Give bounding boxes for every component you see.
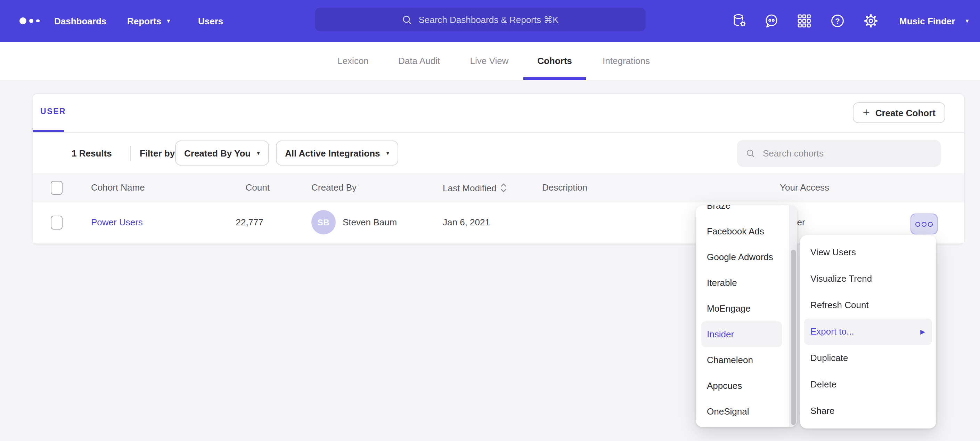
divider [130,146,130,161]
last-modified-value: Jan 6, 2021 [443,203,490,243]
col-description: Description [542,173,587,203]
global-search-placeholder: Search Dashboards & Reports ⌘K [418,14,558,25]
cohort-search-input[interactable] [761,147,932,159]
row-checkbox[interactable] [51,216,62,230]
menu-item-export-to[interactable]: Export to... ▶ [804,319,932,345]
create-cohort-button[interactable]: + Create Cohort [853,102,945,123]
tab-data-audit[interactable]: Data Audit [398,42,440,80]
tab-user-cohorts[interactable]: USER [40,107,66,115]
menu-item-insider[interactable]: Insider [701,321,782,347]
data-settings-icon[interactable] [732,13,747,29]
section-tabs: Lexicon Data Audit Live View Cohorts Int… [0,42,980,81]
nav-users[interactable]: Users [198,0,223,42]
settings-gear-icon[interactable] [863,13,878,29]
tab-integrations[interactable]: Integrations [603,42,650,80]
app-logo-icon[interactable] [19,0,39,42]
create-cohort-label: Create Cohort [875,107,935,118]
nav-dashboards[interactable]: Dashboards [54,0,107,42]
cohort-count: 22,777 [222,203,263,243]
menu-item-share[interactable]: Share [800,398,936,424]
tab-cohorts[interactable]: Cohorts [537,42,572,80]
nav-reports-label: Reports [127,16,161,26]
col-your-access: Your Access [780,173,829,203]
search-icon [402,14,412,25]
active-tab-indicator [523,77,586,80]
apps-grid-icon[interactable] [797,13,812,29]
col-last-modified-label: Last Modified [443,182,496,193]
tab-lexicon[interactable]: Lexicon [337,42,369,80]
caret-down-icon: ▾ [257,150,260,156]
menu-item-google-adwords[interactable]: Google Adwords [696,244,789,270]
results-count: 1 Results [72,133,112,174]
project-name: Music Finder [899,16,955,26]
created-by-filter-dropdown[interactable]: Created By You ▾ [175,141,269,166]
plus-icon: + [863,105,870,119]
project-switcher[interactable]: Music Finder ▾ [899,0,969,42]
svg-text:?: ? [835,17,840,26]
nav-dashboards-label: Dashboards [54,16,107,26]
col-cohort-name: Cohort Name [91,173,145,203]
help-icon[interactable]: ? [830,13,845,29]
ellipsis-icon [915,222,920,227]
menu-item-iterable[interactable]: Iterable [696,270,789,296]
menu-item-refresh-count[interactable]: Refresh Count [800,292,936,319]
export-to-submenu-list: Braze Facebook Ads Google Adwords Iterab… [696,205,789,424]
screen: Dashboards Reports ▾ Users Search Dashbo… [0,0,980,441]
menu-item-appcues[interactable]: Appcues [696,373,789,399]
integrations-filter-dropdown[interactable]: All Active Integrations ▾ [276,141,398,166]
menu-item-facebook-ads[interactable]: Facebook Ads [696,219,789,244]
cohort-name-link[interactable]: Power Users [91,203,143,243]
menu-item-chameleon[interactable]: Chameleon [696,347,789,373]
global-search-bar[interactable]: Search Dashboards & Reports ⌘K [315,8,646,31]
submenu-arrow-icon: ▶ [920,329,925,335]
top-navbar: Dashboards Reports ▾ Users Search Dashbo… [0,0,980,42]
nav-reports[interactable]: Reports ▾ [127,0,170,42]
created-by-filter-value: Created By You [184,148,251,158]
row-actions-button[interactable] [910,214,938,235]
tab-live-view[interactable]: Live View [470,42,509,80]
menu-item-duplicate[interactable]: Duplicate [800,345,936,371]
col-count: Count [228,173,270,203]
caret-down-icon: ▾ [387,150,390,156]
cohort-search-field [737,140,941,167]
filter-by-label: Filter by [140,133,175,174]
sort-icon [501,183,507,193]
search-icon [746,148,755,158]
col-created-by: Created By [311,173,356,203]
caret-down-icon: ▾ [966,18,969,24]
nav-users-label: Users [198,16,223,26]
menu-item-export-to-label: Export to... [810,319,854,345]
menu-item-moengage[interactable]: MoEngage [696,296,789,321]
select-all-checkbox[interactable] [51,181,62,195]
menu-item-onesignal[interactable]: OneSignal [696,399,789,424]
menu-item-delete[interactable]: Delete [800,371,936,398]
col-last-modified[interactable]: Last Modified [443,173,507,203]
created-by-value: Steven Baum [343,203,397,243]
export-to-submenu: Braze Facebook Ads Google Adwords Iterab… [696,205,797,427]
caret-down-icon: ▾ [167,18,170,24]
menu-item-visualize-trend[interactable]: Visualize Trend [800,266,936,292]
integrations-filter-value: All Active Integrations [285,148,380,158]
table-header-row: Cohort Name Count Created By Last Modifi… [33,173,964,203]
feedback-icon[interactable] [764,13,779,29]
submenu-scrollbar-thumb[interactable] [791,250,795,425]
cohorts-card: USER + Create Cohort 1 Results Filter by… [32,93,965,244]
menu-item-view-users[interactable]: View Users [800,239,936,266]
avatar: SB [311,210,336,235]
menu-item-braze[interactable]: Braze [696,205,789,219]
row-context-menu: View Users Visualize Trend Refresh Count… [800,235,936,428]
cohorts-page: USER + Create Cohort 1 Results Filter by… [0,80,980,441]
